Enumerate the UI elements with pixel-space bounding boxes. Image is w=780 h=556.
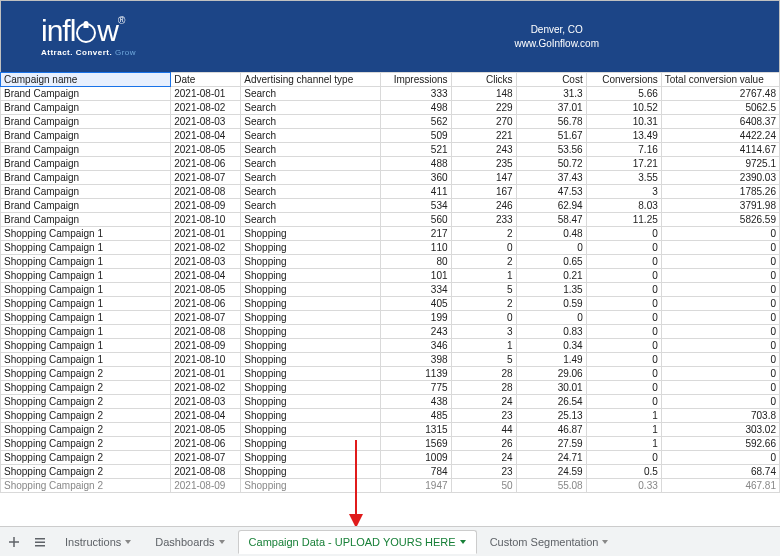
cell[interactable]: 4114.67 (661, 143, 779, 157)
cell[interactable]: 2 (451, 255, 516, 269)
cell[interactable]: Shopping Campaign 1 (1, 227, 171, 241)
cell[interactable]: 5826.59 (661, 213, 779, 227)
cell[interactable]: 2021-08-05 (171, 423, 241, 437)
cell[interactable]: 0 (661, 339, 779, 353)
cell[interactable]: 233 (451, 213, 516, 227)
cell[interactable]: 246 (451, 199, 516, 213)
table-row[interactable]: Shopping Campaign 22021-08-02Shopping775… (1, 381, 780, 395)
cell[interactable]: 0 (661, 283, 779, 297)
cell[interactable]: 243 (381, 325, 451, 339)
cell[interactable]: 0 (586, 451, 661, 465)
cell[interactable]: 2 (451, 297, 516, 311)
cell[interactable]: 5 (451, 283, 516, 297)
cell[interactable]: Shopping Campaign 1 (1, 269, 171, 283)
cell[interactable]: Shopping Campaign 2 (1, 395, 171, 409)
tab-dashboards[interactable]: Dashboards (144, 530, 235, 554)
cell[interactable]: Shopping (241, 367, 381, 381)
cell[interactable]: 147 (451, 171, 516, 185)
cell[interactable]: 55.08 (516, 479, 586, 493)
cell[interactable]: 1 (586, 423, 661, 437)
campaign-table[interactable]: Campaign name Date Advertising channel t… (0, 72, 780, 493)
cell[interactable]: Shopping Campaign 1 (1, 241, 171, 255)
table-row[interactable]: Shopping Campaign 12021-08-02Shopping110… (1, 241, 780, 255)
col-date[interactable]: Date (171, 73, 241, 87)
cell[interactable]: 405 (381, 297, 451, 311)
cell[interactable]: 0 (661, 451, 779, 465)
cell[interactable]: 167 (451, 185, 516, 199)
cell[interactable]: Search (241, 171, 381, 185)
table-row[interactable]: Shopping Campaign 12021-08-04Shopping101… (1, 269, 780, 283)
cell[interactable]: Shopping (241, 255, 381, 269)
cell[interactable]: 1 (451, 339, 516, 353)
cell[interactable]: 24 (451, 451, 516, 465)
cell[interactable]: 26.54 (516, 395, 586, 409)
cell[interactable]: 0 (586, 311, 661, 325)
cell[interactable]: Shopping Campaign 1 (1, 297, 171, 311)
cell[interactable]: 27.59 (516, 437, 586, 451)
cell[interactable]: 11.25 (586, 213, 661, 227)
cell[interactable]: 3791.98 (661, 199, 779, 213)
cell[interactable]: Shopping (241, 423, 381, 437)
cell[interactable]: Brand Campaign (1, 101, 171, 115)
cell[interactable]: 5.66 (586, 87, 661, 101)
cell[interactable]: 31.3 (516, 87, 586, 101)
cell[interactable]: 0 (661, 353, 779, 367)
cell[interactable]: Shopping Campaign 2 (1, 437, 171, 451)
cell[interactable]: Shopping (241, 395, 381, 409)
cell[interactable]: Shopping (241, 297, 381, 311)
cell[interactable]: 2021-08-03 (171, 255, 241, 269)
cell[interactable]: 270 (451, 115, 516, 129)
cell[interactable]: 534 (381, 199, 451, 213)
cell[interactable]: 0.59 (516, 297, 586, 311)
cell[interactable]: 2021-08-02 (171, 241, 241, 255)
cell[interactable]: Shopping (241, 353, 381, 367)
cell[interactable]: 0 (586, 367, 661, 381)
cell[interactable]: 24.59 (516, 465, 586, 479)
cell[interactable]: 5062.5 (661, 101, 779, 115)
cell[interactable]: 50 (451, 479, 516, 493)
cell[interactable]: 3 (586, 185, 661, 199)
cell[interactable]: Shopping Campaign 2 (1, 451, 171, 465)
cell[interactable]: 0.5 (586, 465, 661, 479)
cell[interactable]: 101 (381, 269, 451, 283)
cell[interactable]: 498 (381, 101, 451, 115)
table-row[interactable]: Brand Campaign2021-08-01Search33314831.3… (1, 87, 780, 101)
cell[interactable]: 9725.1 (661, 157, 779, 171)
cell[interactable]: Shopping Campaign 1 (1, 311, 171, 325)
cell[interactable]: 2 (451, 227, 516, 241)
cell[interactable]: 2021-08-07 (171, 451, 241, 465)
cell[interactable]: 80 (381, 255, 451, 269)
cell[interactable]: 2021-08-10 (171, 213, 241, 227)
cell[interactable]: Shopping Campaign 2 (1, 409, 171, 423)
cell[interactable]: 485 (381, 409, 451, 423)
cell[interactable]: 148 (451, 87, 516, 101)
cell[interactable]: Search (241, 101, 381, 115)
table-row[interactable]: Shopping Campaign 22021-08-07Shopping100… (1, 451, 780, 465)
cell[interactable]: 398 (381, 353, 451, 367)
cell[interactable]: 47.53 (516, 185, 586, 199)
cell[interactable]: 333 (381, 87, 451, 101)
table-row[interactable]: Brand Campaign2021-08-04Search50922151.6… (1, 129, 780, 143)
cell[interactable]: Brand Campaign (1, 213, 171, 227)
cell[interactable]: 488 (381, 157, 451, 171)
cell[interactable]: Brand Campaign (1, 143, 171, 157)
cell[interactable]: Search (241, 129, 381, 143)
table-row[interactable]: Shopping Campaign 22021-08-09Shopping194… (1, 479, 780, 493)
cell[interactable]: 24.71 (516, 451, 586, 465)
cell[interactable]: 0 (586, 353, 661, 367)
cell[interactable]: 5 (451, 353, 516, 367)
cell[interactable]: 411 (381, 185, 451, 199)
cell[interactable]: Shopping (241, 465, 381, 479)
cell[interactable]: 2021-08-08 (171, 465, 241, 479)
cell[interactable]: 784 (381, 465, 451, 479)
col-campaign-name[interactable]: Campaign name (1, 73, 171, 87)
cell[interactable]: 1 (451, 269, 516, 283)
table-row[interactable]: Brand Campaign2021-08-07Search36014737.4… (1, 171, 780, 185)
col-clicks[interactable]: Clicks (451, 73, 516, 87)
cell[interactable]: Shopping Campaign 1 (1, 283, 171, 297)
cell[interactable]: 0 (661, 269, 779, 283)
cell[interactable]: 360 (381, 171, 451, 185)
table-row[interactable]: Shopping Campaign 22021-08-04Shopping485… (1, 409, 780, 423)
cell[interactable]: 334 (381, 283, 451, 297)
cell[interactable]: 0 (586, 297, 661, 311)
